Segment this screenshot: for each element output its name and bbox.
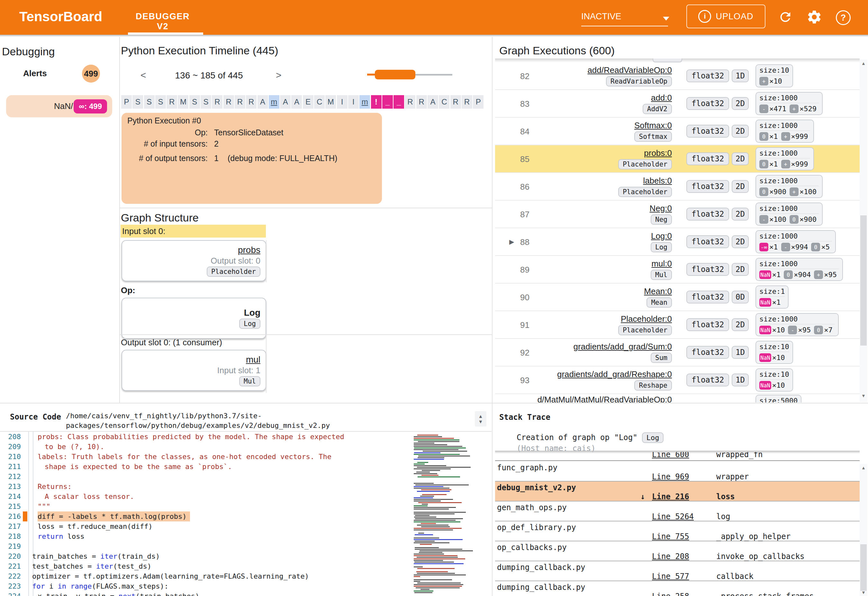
scroll-down-icon[interactable]: ▼ <box>860 393 867 398</box>
timeline-cell[interactable]: R <box>167 95 177 109</box>
scrollbar-thumb[interactable] <box>860 544 867 591</box>
tensor-name-link[interactable]: Mean:0 <box>644 286 672 297</box>
code-line[interactable]: 221test_batches = iter(test_ds) <box>0 561 412 571</box>
scroll-up-icon[interactable]: ▲ <box>478 414 483 419</box>
scroll-down-icon[interactable]: ▼ <box>478 419 483 424</box>
timeline-cell[interactable]: P <box>121 95 132 109</box>
timeline-cell[interactable]: S <box>201 95 211 109</box>
tensor-name-link[interactable]: gradients/add_grad/Reshape:0 <box>557 369 672 379</box>
timeline-cell[interactable]: P <box>473 95 484 109</box>
output-node-card[interactable]: mul Input slot: 1 Mul <box>121 350 266 391</box>
code-line[interactable]: 213Returns: <box>0 482 412 491</box>
code-editor[interactable]: 208probs: Class probabilities predicted … <box>0 432 412 596</box>
stack-frame-line-link[interactable]: Line 755 <box>652 532 689 541</box>
timeline-slider-thumb[interactable] <box>375 70 415 80</box>
graph-execution-row[interactable]: ▶ 92 gradients/add_grad/Sum:0 Sum float3… <box>495 339 860 366</box>
code-line[interactable]: 215""" <box>0 502 412 512</box>
tensor-name-link[interactable]: add:0 <box>651 93 672 103</box>
code-minimap[interactable] <box>412 433 485 596</box>
stack-frame[interactable]: dumping_callback.py ↓ Line 577 callback <box>495 561 860 581</box>
file-scroll-control[interactable]: ▲ ▼ <box>475 411 486 426</box>
code-line[interactable]: 209to be (?, 10). <box>0 442 412 451</box>
graph-execution-row[interactable]: ▶ 84 Softmax:0 Softmax float32 2D size:1… <box>495 118 860 145</box>
timeline-cell[interactable]: I <box>348 95 359 109</box>
stack-trace-scrollbar[interactable]: ▲ ▼ <box>860 464 867 596</box>
timeline-cell[interactable]: S <box>144 95 155 109</box>
code-line[interactable]: 220train_batches = iter(train_ds) <box>0 551 412 561</box>
scroll-up-icon[interactable]: ▲ <box>860 465 867 470</box>
timeline-cell[interactable]: A <box>428 95 438 109</box>
graph-execution-row[interactable]: ▶ 91 Placeholder:0 Placeholder float32 2… <box>495 311 860 339</box>
timeline-cell[interactable]: I <box>337 95 347 109</box>
output-node-name-link[interactable]: mul <box>246 355 260 365</box>
code-line[interactable]: 212 <box>0 472 412 482</box>
code-line[interactable]: 208probs: Class probabilities predicted … <box>0 432 412 442</box>
tensor-name-link[interactable]: labels:0 <box>643 176 672 186</box>
gear-icon[interactable] <box>806 9 822 25</box>
timeline-cell[interactable]: A <box>257 95 268 109</box>
stack-frame[interactable]: op_callbacks.py ↓ Line 208 invoke_op_cal… <box>495 541 860 561</box>
code-line[interactable]: 224x_train, y_train = next(train_batches… <box>0 591 412 596</box>
timeline-cell[interactable]: E <box>303 95 313 109</box>
tensor-name-link[interactable]: mul:0 <box>651 259 672 269</box>
graph-execution-row[interactable]: ▶ 89 mul:0 Mul float32 2D size:1000 NaN×… <box>495 256 860 283</box>
code-line[interactable]: 216diff = -labels * tf.math.log(probs) <box>0 512 412 521</box>
stack-frame-line-link[interactable]: Line 258 <box>652 592 689 596</box>
tensor-name-link[interactable]: probs:0 <box>644 148 672 158</box>
op-node-card[interactable]: Log Log <box>121 298 266 339</box>
code-line[interactable]: 211shape is expected to be the same as `… <box>0 462 412 472</box>
code-line[interactable]: 214A scalar loss tensor. <box>0 491 412 502</box>
tensor-name-link[interactable]: Placeholder:0 <box>621 314 672 324</box>
code-line[interactable]: 223for i in range(FLAGS.max_steps): <box>0 581 412 591</box>
timeline-cell[interactable]: R <box>212 95 223 109</box>
timeline-cell[interactable]: _ <box>382 95 393 109</box>
refresh-icon[interactable] <box>778 10 793 24</box>
input-node-name-link[interactable]: probs <box>238 245 260 255</box>
timeline-cell[interactable]: M <box>325 95 336 109</box>
timeline-cell[interactable]: A <box>280 95 291 109</box>
timeline-cell[interactable]: C <box>439 95 449 109</box>
stack-frame-line-link[interactable]: Line 969 <box>652 472 689 481</box>
stack-frame-line-link[interactable]: Line 600 <box>652 452 689 459</box>
help-icon[interactable]: ? <box>836 10 851 25</box>
code-line[interactable]: 219 <box>0 541 412 551</box>
timeline-prev-button[interactable]: < <box>140 70 146 81</box>
tensor-name-link[interactable]: Softmax:0 <box>634 121 672 131</box>
tensor-name-link[interactable]: add/ReadVariableOp:0 <box>588 65 672 75</box>
timeline-cell[interactable]: S <box>133 95 143 109</box>
graph-executions-scrollbar[interactable]: ▲ ▼ <box>860 59 867 402</box>
graph-execution-row[interactable]: ▶ 86 labels:0 Placeholder float32 2D siz… <box>495 173 860 201</box>
timeline-cell[interactable]: m <box>359 95 370 109</box>
timeline-cell[interactable]: S <box>189 95 200 109</box>
scrollbar-thumb[interactable] <box>860 215 867 345</box>
graph-execution-row[interactable]: ▶ 85 probs:0 Placeholder float32 2D size… <box>495 145 860 173</box>
timeline-cell[interactable]: ! <box>371 95 382 109</box>
timeline-cell[interactable]: R <box>462 95 472 109</box>
timeline-cell[interactable]: A <box>291 95 302 109</box>
code-line[interactable]: 222optimizer = tf.optimizers.Adam(learni… <box>0 571 412 581</box>
timeline-cell[interactable]: R <box>246 95 257 109</box>
stack-frame[interactable]: dumping_callback.py ↓ Line 258 _process_… <box>495 581 860 596</box>
code-line[interactable]: 218return loss <box>0 531 412 541</box>
timeline-cell[interactable]: R <box>416 95 427 109</box>
stack-frame[interactable]: func_graph.py ↓ Line 969 wrapper <box>495 462 860 482</box>
timeline-cell[interactable]: R <box>405 95 415 109</box>
timeline-cell[interactable]: R <box>223 95 234 109</box>
scroll-up-icon[interactable]: ▲ <box>860 61 867 66</box>
tensor-name-link[interactable]: Log:0 <box>651 231 672 241</box>
stack-frame-line-link[interactable]: Line 5264 <box>652 512 694 521</box>
stack-frame-line-link[interactable]: Line 216 <box>652 492 689 501</box>
stack-frame-line-link[interactable]: Line 577 <box>652 572 689 581</box>
timeline-cell[interactable]: C <box>314 95 325 109</box>
timeline-next-button[interactable]: > <box>276 70 282 81</box>
timeline-cell[interactable]: _ <box>394 95 404 109</box>
graph-execution-row[interactable]: ▶ 88 Log:0 Log float32 2D size:1000 -∞×1… <box>495 228 860 256</box>
input-node-card[interactable]: probs Output slot: 0 Placeholder <box>121 240 266 281</box>
upload-button[interactable]: i UPLOAD <box>686 4 765 28</box>
tab-debugger-v2[interactable]: DEBUGGER V2 <box>128 12 197 31</box>
run-status-dropdown[interactable]: INACTIVE <box>581 12 621 22</box>
code-line[interactable]: 217loss = tf.reduce_mean(diff) <box>0 521 412 531</box>
nan-alert-item[interactable]: NaN/ ∞: 499 <box>6 95 112 117</box>
graph-execution-row[interactable]: ▶ 90 Mean:0 Mean float32 0D size:1 NaN×1 <box>495 283 860 311</box>
stack-frame[interactable]: gen_math_ops.py ↓ Line 5264 log <box>495 502 860 521</box>
